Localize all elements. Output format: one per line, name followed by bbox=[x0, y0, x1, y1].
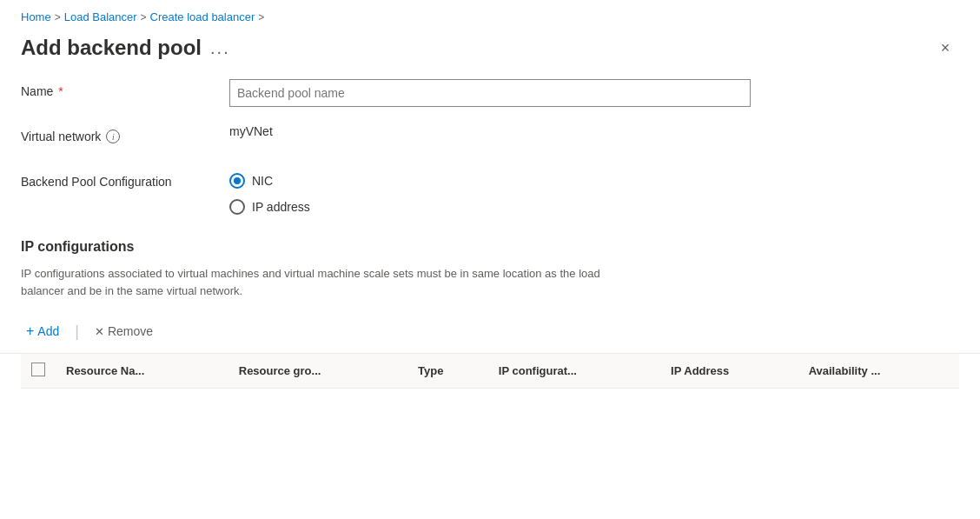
remove-button[interactable]: ✕ Remove bbox=[89, 321, 158, 342]
config-options-wrapper: NIC IP address bbox=[229, 170, 959, 215]
breadcrumb-create-load-balancer[interactable]: Create load balancer bbox=[150, 10, 255, 23]
ip-config-table-container: Resource Na... Resource gro... Type IP c… bbox=[0, 353, 980, 389]
table-header: Resource Na... Resource gro... Type IP c… bbox=[21, 354, 959, 389]
radio-nic-label: NIC bbox=[252, 174, 273, 188]
radio-nic-indicator bbox=[229, 173, 245, 189]
table-header-row: Resource Na... Resource gro... Type IP c… bbox=[21, 354, 959, 389]
ip-configurations-heading: IP configurations bbox=[0, 232, 980, 258]
col-ip-address: IP Address bbox=[660, 354, 798, 389]
remove-label: Remove bbox=[108, 324, 153, 338]
radio-option-nic[interactable]: NIC bbox=[229, 173, 959, 189]
add-backend-pool-panel: Home > Load Balancer > Create load balan… bbox=[0, 0, 980, 519]
breadcrumb: Home > Load Balancer > Create load balan… bbox=[0, 0, 980, 30]
breadcrumb-sep-1: > bbox=[55, 11, 61, 23]
remove-icon: ✕ bbox=[95, 325, 104, 338]
ip-configurations-description: IP configurations associated to virtual … bbox=[0, 265, 652, 313]
ip-config-table: Resource Na... Resource gro... Type IP c… bbox=[21, 354, 959, 389]
add-icon: + bbox=[26, 323, 34, 339]
col-resource-group: Resource gro... bbox=[228, 354, 407, 389]
panel-title-group: Add backend pool ... bbox=[21, 36, 230, 60]
radio-option-ip[interactable]: IP address bbox=[229, 199, 959, 215]
name-input[interactable] bbox=[229, 79, 751, 107]
toolbar-divider: | bbox=[71, 323, 83, 341]
config-label: Backend Pool Configuration bbox=[21, 170, 229, 189]
ip-config-toolbar: + Add | ✕ Remove bbox=[0, 313, 980, 353]
col-availability: Availability ... bbox=[798, 354, 959, 389]
name-row: Name * bbox=[21, 79, 959, 107]
form-content: Name * Virtual network i myVNet Backend … bbox=[0, 79, 980, 215]
page-title: Add backend pool bbox=[21, 36, 202, 60]
add-label: Add bbox=[37, 324, 59, 338]
vnet-label: Virtual network i bbox=[21, 124, 229, 143]
select-all-header bbox=[21, 354, 56, 389]
add-button[interactable]: + Add bbox=[21, 320, 64, 343]
name-field-wrapper bbox=[229, 79, 959, 107]
panel-menu-icon[interactable]: ... bbox=[210, 38, 230, 58]
col-type: Type bbox=[407, 354, 488, 389]
col-resource-name: Resource Na... bbox=[56, 354, 228, 389]
vnet-info-icon[interactable]: i bbox=[106, 130, 120, 143]
close-button[interactable]: × bbox=[931, 34, 959, 62]
vnet-value: myVNet bbox=[229, 119, 273, 138]
breadcrumb-home[interactable]: Home bbox=[21, 10, 51, 23]
panel-header: Add backend pool ... × bbox=[0, 30, 980, 79]
vnet-value-wrapper: myVNet bbox=[229, 124, 959, 138]
radio-ip-label: IP address bbox=[252, 200, 310, 214]
required-indicator: * bbox=[58, 84, 63, 98]
col-ip-config: IP configurat... bbox=[488, 354, 660, 389]
breadcrumb-load-balancer[interactable]: Load Balancer bbox=[64, 10, 137, 23]
vnet-row: Virtual network i myVNet bbox=[21, 124, 959, 152]
name-label: Name * bbox=[21, 79, 229, 98]
breadcrumb-sep-2: > bbox=[141, 11, 147, 23]
select-all-checkbox[interactable] bbox=[31, 363, 45, 376]
radio-ip-indicator bbox=[229, 199, 245, 215]
breadcrumb-sep-3: > bbox=[258, 11, 264, 23]
backend-pool-config-radiogroup: NIC IP address bbox=[229, 170, 959, 215]
config-row: Backend Pool Configuration NIC IP addres… bbox=[21, 170, 959, 215]
